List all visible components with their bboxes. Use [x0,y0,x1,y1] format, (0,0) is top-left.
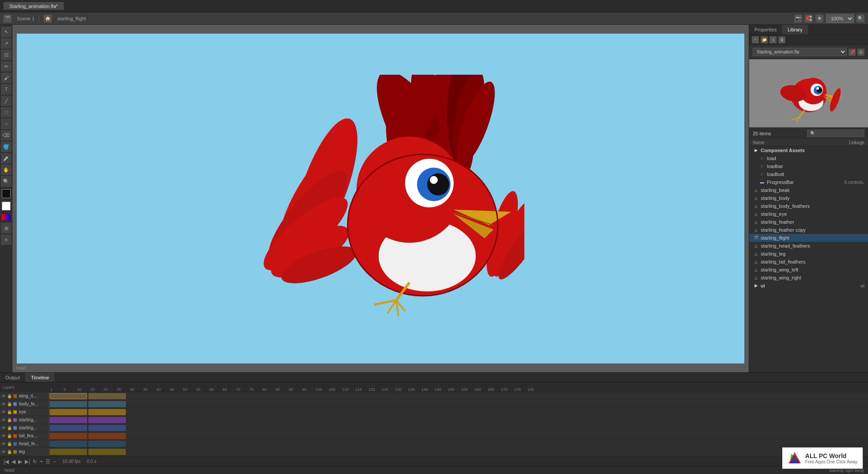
list-item[interactable]: △ starling_beak [749,186,868,194]
add-guide-btn[interactable]: ☰ [45,459,50,465]
frame-row[interactable] [49,392,868,400]
home-icon[interactable]: 🏠 [44,15,52,23]
subselect-tool[interactable]: ↗ [1,38,11,49]
delete-layer-btn[interactable]: − [53,459,56,465]
list-item[interactable]: △ starling_body [749,194,868,202]
library-search[interactable] [807,130,864,137]
layer-lock-toggle[interactable]: 🔒 [7,410,12,414]
list-item[interactable]: △ starling_head_feathers [749,242,868,250]
paint-bucket-tool[interactable]: 🪣 [1,141,11,152]
col-linkage[interactable]: Linkage [829,140,864,145]
list-item[interactable]: △ starling_feather [749,218,868,226]
fill-color[interactable] [2,202,11,210]
zoom-select[interactable]: 50% 75% 100% 150% 200% [826,14,854,23]
snap-icon[interactable]: 🧲 [805,15,813,23]
layer-visible-toggle[interactable]: 👁 [2,402,6,406]
list-item[interactable]: △ starling_body_feathers [749,202,868,210]
pencil-tool[interactable]: ✏ [1,61,11,72]
layer-visible-toggle[interactable]: 👁 [2,394,6,398]
layer-row[interactable]: 👁 🔒 wing_ri... [0,392,48,400]
frame-row[interactable] [49,456,868,456]
layer-lock-toggle[interactable]: 🔒 [7,450,12,454]
eraser-tool[interactable]: ⌫ [1,130,11,141]
layer-row[interactable]: 👁 🔒 eye [0,408,48,416]
layer-visible-toggle[interactable]: 👁 [2,450,6,454]
move-icon[interactable]: ✥ [815,15,823,23]
list-item[interactable]: △ starling_wing_left [749,266,868,274]
layer-row[interactable]: 👁 🔒 starling... [0,424,48,432]
loop-btn[interactable]: ↻ [33,459,37,465]
camera-icon[interactable]: 📷 [794,15,802,23]
select-tool[interactable]: ↖ [1,27,11,37]
tab-library[interactable]: Library [782,25,808,34]
eyedropper-tool[interactable]: 💉 [1,153,11,164]
brush-tool[interactable]: 🖌 [1,73,11,83]
layer-lock-toggle[interactable]: 🔒 [7,434,12,438]
expand-icon[interactable]: ⊞ [857,49,864,56]
layer-visible-toggle[interactable]: 👁 [2,418,6,422]
col-name[interactable]: Name [753,140,829,145]
add-layer-btn[interactable]: + [40,459,43,465]
rect-tool[interactable]: □ [1,107,11,118]
frame-row[interactable] [49,424,868,432]
prev-frame-btn[interactable]: ◀ [11,459,15,465]
layer-lock-toggle[interactable]: 🔒 [7,442,12,446]
tab-output[interactable]: Output [0,373,26,382]
list-item[interactable]: ☆ load [749,154,868,162]
frame-row[interactable] [49,440,868,448]
new-symbol-icon[interactable]: + [752,36,759,43]
transform-tool[interactable]: ⊡ [1,50,11,60]
layer-row[interactable]: 👁 🔒 leg [0,448,48,456]
tab-timeline[interactable]: Timeline [26,373,55,382]
gradient-tool[interactable] [2,214,11,220]
list-item[interactable]: △ starling_tail_feathers [749,258,868,266]
list-item[interactable]: △ starling_wing_right [749,274,868,282]
list-item[interactable]: ▬ ProgressBar fl.controls. [749,178,868,186]
layer-row[interactable]: 👁 🔒 tail_fea... [0,432,48,440]
hand-tool[interactable]: ✋ [1,164,11,175]
layer-visible-toggle[interactable]: 👁 [2,442,6,446]
zoom-icon[interactable]: 🔍 [857,15,864,23]
frame-row[interactable] [49,416,868,424]
list-item[interactable]: ☆ loadbar [749,162,868,170]
oval-tool[interactable]: ○ [1,119,11,129]
list-item-folder[interactable]: ▶ ui ui [749,282,868,290]
frame-row[interactable] [49,432,868,440]
library-file-select[interactable]: Starling_animation.fla [753,48,847,56]
layer-row[interactable]: 👁 🔒 head_fe... [0,440,48,448]
line-tool[interactable]: ╱ [1,96,11,106]
list-item[interactable]: ☆ loadbutt [749,170,868,178]
list-item[interactable]: △ starling_eye [749,210,868,218]
list-item[interactable]: △ starling_leg [749,250,868,258]
stroke-color[interactable] [2,189,11,198]
zoom-tool[interactable]: 🔍 [1,176,11,187]
tab-properties[interactable]: Properties [749,25,782,34]
scene-icon[interactable]: 🎬 [4,15,11,23]
pin-icon[interactable]: 📌 [849,49,856,56]
layer-lock-toggle[interactable]: 🔒 [7,394,12,398]
layer-visible-toggle[interactable]: 👁 [2,410,6,414]
layer-visible-toggle[interactable]: 👁 [2,434,6,438]
frame-row[interactable] [49,448,868,456]
layer-lock-toggle[interactable]: 🔒 [7,402,12,406]
go-to-start-btn[interactable]: |◀ [4,459,9,465]
layer-row[interactable]: 👁 🔒 body_fe... [0,400,48,408]
next-frame-btn[interactable]: ▶| [25,459,30,465]
frame-row[interactable] [49,408,868,416]
properties-panel-toggle[interactable]: ≡ [1,234,11,245]
frame-row[interactable] [49,400,868,408]
layer-lock-toggle[interactable]: 🔒 [7,418,12,422]
layer-lock-toggle[interactable]: 🔒 [7,426,12,430]
play-btn[interactable]: ▶ [18,459,22,465]
properties-icon[interactable]: ℹ [769,36,777,43]
list-item-selected[interactable]: 🎬 starling_flight [749,234,868,242]
text-tool[interactable]: T [1,84,11,95]
list-item[interactable]: ▶ Component Assets [749,146,868,154]
title-tab[interactable]: Starling_animation.fla* [4,2,64,10]
delete-icon[interactable]: 🗑 [778,36,785,43]
list-item[interactable]: △ starling_feather copy [749,226,868,234]
snap-align-tool[interactable]: ⊞ [1,223,11,233]
layer-visible-toggle[interactable]: 👁 [2,426,6,430]
new-folder-icon[interactable]: 📁 [761,36,768,43]
layer-row[interactable]: 👁 🔒 starling... [0,416,48,424]
